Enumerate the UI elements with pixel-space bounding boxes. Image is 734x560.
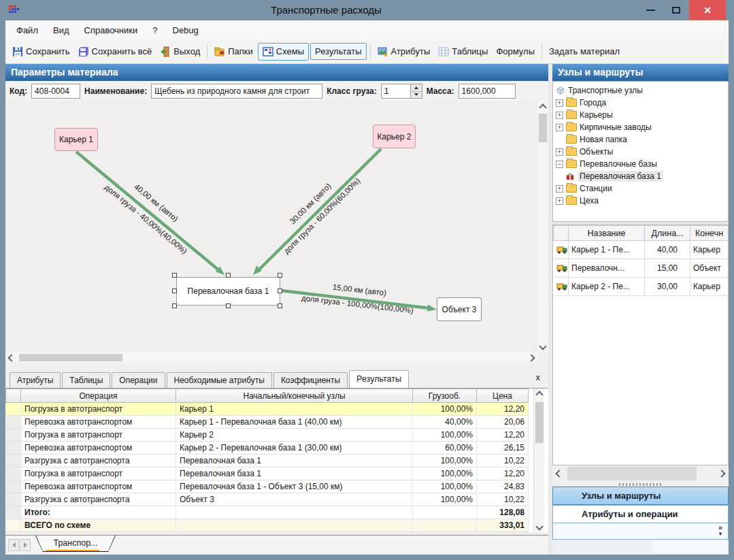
menu-references[interactable]: Справочники	[78, 22, 145, 38]
panel-drag-handle[interactable]	[552, 482, 729, 487]
edge-base-object3[interactable]: 15,00 км (авто) доля груза - 100,00%(100…	[281, 283, 437, 315]
name-field[interactable]: Щебень из природного камня для строит	[151, 84, 322, 99]
table-row[interactable]: Перевозка автотранспортом Перевалочная б…	[6, 480, 529, 493]
exit-button[interactable]: Выход	[156, 44, 204, 60]
column-name[interactable]: Название	[569, 226, 645, 241]
close-button[interactable]: ✕	[689, 0, 726, 20]
results-vscrollbar[interactable]	[533, 389, 544, 533]
spinner-down-button[interactable]	[411, 92, 422, 99]
collapse-icon[interactable]: −	[556, 161, 563, 168]
spinner-up-button[interactable]	[411, 84, 422, 92]
maximize-button[interactable]	[664, 0, 688, 20]
scroll-down-button[interactable]	[534, 522, 545, 531]
routes-hscrollbar[interactable]	[552, 465, 729, 482]
vscroll-thumb[interactable]	[539, 114, 547, 142]
doc-tabs-prev-button[interactable]	[8, 539, 19, 551]
tree-item-stancii[interactable]: + Станции	[553, 182, 728, 195]
nav-button-nodes-routes[interactable]: Узлы и маршруты	[552, 487, 729, 505]
node-karier-2[interactable]: Карьер 2	[373, 125, 416, 148]
tab-operations[interactable]: Операции	[112, 372, 165, 388]
selection-handle[interactable]	[278, 273, 282, 278]
canvas-hscrollbar[interactable]	[5, 352, 537, 363]
selection-handle[interactable]	[278, 303, 282, 308]
tab-coefficients[interactable]: Коэффициенты	[273, 372, 348, 388]
formulas-button[interactable]: Формулы	[492, 44, 539, 59]
table-row[interactable]: Перевалочн... 15,00 Объект	[554, 259, 729, 278]
node-karier-1[interactable]: Карьер 1	[54, 128, 98, 151]
doc-tabs-next-button[interactable]	[20, 539, 31, 551]
expand-icon[interactable]: +	[556, 148, 563, 156]
cargo-class-field[interactable]: 1	[381, 84, 411, 99]
minimize-button[interactable]	[638, 0, 663, 20]
titlebar[interactable]: Транспортные расходы ✕	[0, 0, 734, 20]
scroll-right-button[interactable]	[716, 465, 727, 482]
column-cargo[interactable]: Грузооб.	[413, 389, 477, 403]
expand-icon[interactable]: +	[556, 124, 563, 131]
vscroll-thumb[interactable]	[535, 402, 544, 443]
tree-root[interactable]: Транспортные узлы	[553, 84, 728, 97]
set-material-button[interactable]: Задать материал	[545, 44, 624, 59]
scroll-left-button[interactable]	[7, 352, 16, 363]
hscroll-thumb[interactable]	[567, 467, 697, 480]
table-row[interactable]: Разгрузка с автотранспорта Объект 3 100,…	[6, 493, 529, 506]
selection-handle[interactable]	[172, 289, 177, 293]
node-object-3[interactable]: Объект 3	[437, 297, 482, 321]
scheme-canvas[interactable]: 40,00 км (авто) доля груза - 40,00%(40,0…	[5, 101, 537, 352]
table-row[interactable]: Карьер 2 - Пе... 30,00 Карьер	[554, 278, 729, 296]
selection-handle[interactable]	[172, 303, 177, 308]
canvas-vscrollbar[interactable]	[537, 101, 548, 352]
tree-item-goroda[interactable]: + Города	[553, 97, 728, 109]
tree-item-perevalochnaya-baza-1[interactable]: Перевалочная база 1	[553, 170, 728, 182]
hscroll-thumb[interactable]	[19, 354, 122, 361]
column-operation[interactable]: Операция	[21, 389, 176, 403]
results-toggle[interactable]: Результаты	[310, 43, 366, 60]
expand-icon[interactable]: +	[556, 99, 563, 107]
tabstrip-close-icon[interactable]: x	[536, 372, 541, 382]
scroll-up-button[interactable]	[534, 390, 545, 399]
selection-handle[interactable]	[172, 273, 177, 278]
selection-handle[interactable]	[226, 303, 231, 308]
selection-handle[interactable]	[226, 273, 231, 278]
schemes-toggle[interactable]: Схемы	[258, 43, 309, 61]
more-buttons-chevron[interactable]: » ▾	[718, 524, 722, 538]
mass-field[interactable]: 1600,000	[458, 84, 516, 99]
node-perevalochnaya-baza-1[interactable]: Перевалочная база 1	[176, 277, 280, 306]
menu-help[interactable]: ?	[146, 22, 164, 38]
tree-item-kirpichnye-zavody[interactable]: + Кирпичные заводы	[553, 121, 728, 133]
column-nodes[interactable]: Начальный/конечный узлы	[176, 389, 413, 403]
column-end[interactable]: Конечн	[690, 226, 729, 241]
nav-button-attributes-operations[interactable]: Атрибуты и операции	[552, 505, 729, 523]
table-row[interactable]: Погрузка в автотранспорт Карьер 2 100,00…	[6, 429, 529, 442]
scroll-down-button[interactable]	[537, 342, 548, 351]
save-button[interactable]: Сохранить	[8, 44, 74, 60]
table-row[interactable]: Карьер 1 - Пе... 40,00 Карьер	[554, 241, 729, 259]
code-field[interactable]: 408-0004	[31, 84, 80, 99]
save-all-button[interactable]: Сохранить всё	[74, 44, 156, 60]
scroll-up-button[interactable]	[537, 103, 548, 112]
menu-file[interactable]: Файл	[10, 22, 45, 38]
table-row[interactable]: Перевозка автотранспортом Карьер 1 - Пер…	[6, 416, 529, 429]
folders-button[interactable]: Папки	[210, 44, 257, 60]
attributes-button[interactable]: Атрибуты	[373, 44, 435, 60]
tab-results[interactable]: Результаты	[349, 370, 409, 388]
tab-required-attributes[interactable]: Необходимые атрибуты	[167, 372, 272, 388]
edge-karier2-base[interactable]: 30,00 км (авто) доля груза - 60,00%(60,0…	[253, 149, 381, 275]
expand-icon[interactable]: +	[556, 112, 563, 119]
tree-item-kariery[interactable]: + Карьеры	[553, 109, 728, 121]
selection-handle[interactable]	[278, 289, 282, 293]
scroll-right-button[interactable]	[527, 352, 536, 363]
column-length[interactable]: Длина...	[645, 226, 690, 241]
tab-attributes[interactable]: Атрибуты	[10, 372, 61, 388]
scroll-left-button[interactable]	[554, 465, 565, 482]
tree-item-novaya-papka[interactable]: Новая папка	[553, 133, 728, 146]
tab-tables[interactable]: Таблицы	[62, 372, 110, 388]
expand-icon[interactable]: +	[556, 185, 563, 193]
tree-item-perevalochnye-bazy[interactable]: − Перевалочные базы	[553, 158, 728, 170]
menu-debug[interactable]: Debug	[166, 22, 205, 38]
menu-view[interactable]: Вид	[46, 22, 76, 38]
table-row[interactable]: Погрузка в автотранспорт Перевалочная ба…	[6, 467, 529, 480]
table-row[interactable]: Погрузка в автотранспорт Карьер 1 100,00…	[6, 403, 529, 416]
table-row[interactable]: Разгрузка с автотранспорта Перевалочная …	[6, 455, 529, 467]
column-price[interactable]: Цена	[477, 389, 529, 403]
tables-button[interactable]: Таблицы	[434, 44, 492, 60]
